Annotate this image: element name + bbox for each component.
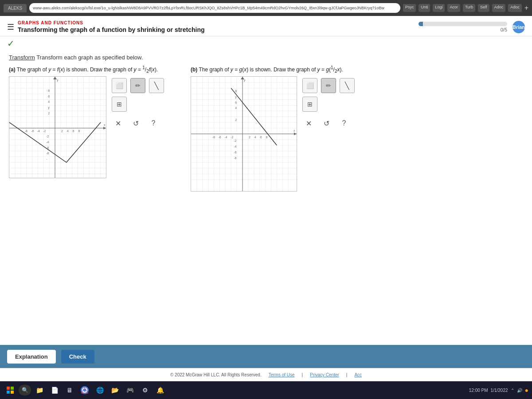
taskbar-notification[interactable]: ⌃ bbox=[511, 388, 514, 393]
crosshair-icon-a: ⊞ bbox=[117, 101, 122, 108]
svg-text:2: 2 bbox=[249, 136, 250, 139]
svg-text:-2: -2 bbox=[43, 129, 46, 133]
adoc1-tab[interactable]: Adoc bbox=[492, 4, 506, 12]
tools-row-a-mid: ⊞ bbox=[112, 97, 164, 112]
pencil-tool-a[interactable]: ✏ bbox=[130, 78, 145, 93]
graph-a-svg[interactable]: x y -6 -4 -2 2 4 6 8 -8 8 bbox=[9, 76, 106, 178]
help-action-a[interactable]: ? bbox=[147, 117, 160, 129]
acor-tab[interactable]: Acor bbox=[447, 4, 460, 12]
adoc2-tab[interactable]: Adoc bbox=[508, 4, 522, 12]
eraser-icon-a: ⬜ bbox=[116, 82, 123, 89]
header-right: 0/5 Brian bbox=[419, 21, 525, 33]
taskbar-app4[interactable]: 🎮 bbox=[123, 383, 137, 397]
svg-rect-117 bbox=[7, 391, 10, 394]
svg-text:y: y bbox=[244, 78, 246, 82]
bottom-bar: Explanation Check bbox=[0, 345, 532, 368]
graph-a-section: x y -6 -4 -2 2 4 6 8 -8 8 bbox=[9, 76, 164, 180]
psyc-tab[interactable]: Psyc bbox=[403, 4, 416, 12]
pencil-icon-b: ✏ bbox=[326, 82, 331, 89]
pencil-tool-b[interactable]: ✏ bbox=[321, 78, 336, 93]
taskbar-time: 12:00 PM bbox=[469, 388, 488, 393]
self-tab[interactable]: Self bbox=[478, 4, 489, 12]
svg-text:8: 8 bbox=[48, 89, 50, 92]
taskbar-app6[interactable]: 🔔 bbox=[153, 383, 167, 397]
svg-text:-8: -8 bbox=[25, 129, 27, 133]
close-action-a[interactable]: ✕ bbox=[112, 117, 124, 129]
tools-panel-a: ⬜ ✏ ╲ ⊞ bbox=[112, 76, 164, 129]
tools-row-a-top: ⬜ ✏ ╲ bbox=[112, 78, 164, 93]
svg-text:-2: -2 bbox=[234, 139, 236, 142]
close-action-b[interactable]: ✕ bbox=[302, 117, 315, 129]
svg-text:6: 6 bbox=[235, 101, 237, 104]
undo-action-b[interactable]: ↺ bbox=[320, 117, 332, 129]
explanation-button[interactable]: Explanation bbox=[7, 350, 56, 364]
taskbar-app3[interactable]: 📂 bbox=[108, 383, 121, 397]
check-row: ✓ bbox=[0, 36, 532, 51]
svg-text:-8: -8 bbox=[46, 152, 49, 155]
url-text: www-awu.aleks.com/alekscgi/x/lsl.exe/1o_… bbox=[33, 6, 384, 10]
svg-marker-36 bbox=[53, 77, 57, 79]
check-button[interactable]: Check bbox=[61, 350, 94, 364]
windows-start-button[interactable] bbox=[4, 383, 17, 397]
svg-rect-115 bbox=[7, 387, 10, 390]
taskbar-explorer[interactable]: 📁 bbox=[33, 383, 46, 397]
svg-rect-116 bbox=[11, 387, 14, 390]
turb-tab[interactable]: Turb bbox=[463, 4, 475, 12]
line-icon-a: ╲ bbox=[154, 82, 159, 90]
svg-text:y: y bbox=[48, 106, 50, 110]
menu-icon[interactable]: ☰ bbox=[7, 22, 14, 32]
svg-text:8: 8 bbox=[78, 129, 80, 133]
unti-tab[interactable]: Unti bbox=[419, 4, 430, 12]
eraser-tool-b[interactable]: ⬜ bbox=[302, 78, 317, 93]
copyright-text: © 2022 McGraw Hill LLC. All Rights Reser… bbox=[170, 372, 262, 377]
svg-marker-94 bbox=[294, 133, 297, 135]
privacy-link[interactable]: Privacy Center bbox=[310, 372, 339, 377]
graph-b-section: x y -8 -6 -4 -2 2 4 6 8 8 bbox=[191, 76, 355, 193]
crosshair-tool-a[interactable]: ⊞ bbox=[112, 97, 127, 112]
taskbar-app1[interactable]: 🖥 bbox=[63, 383, 76, 397]
taskbar-app5[interactable]: ⚙ bbox=[138, 383, 152, 397]
taskbar-file[interactable]: 📄 bbox=[48, 383, 61, 397]
tools-panel-b: ⬜ ✏ ╲ ⊞ bbox=[302, 76, 355, 129]
svg-text:-8: -8 bbox=[212, 136, 215, 139]
pencil-icon-a: ✏ bbox=[135, 82, 141, 89]
svg-text:y: y bbox=[57, 78, 59, 82]
acc-link[interactable]: Acc bbox=[354, 372, 362, 377]
svg-text:-8: -8 bbox=[234, 156, 236, 160]
footer: © 2022 McGraw Hill LLC. All Rights Reser… bbox=[0, 368, 532, 381]
svg-text:-6: -6 bbox=[234, 151, 236, 154]
taskbar-volume[interactable]: 🔊 bbox=[517, 388, 522, 393]
terms-link[interactable]: Terms of Use bbox=[269, 372, 295, 377]
logi-tab[interactable]: Logi bbox=[433, 4, 445, 12]
graph-b-container: x y -8 -6 -4 -2 2 4 6 8 8 bbox=[191, 76, 297, 193]
crosshair-tool-b[interactable]: ⊞ bbox=[302, 97, 317, 112]
taskbar-chrome[interactable] bbox=[78, 383, 91, 397]
svg-marker-35 bbox=[103, 127, 106, 129]
graph-b-svg[interactable]: x y -8 -6 -4 -2 2 4 6 8 8 bbox=[191, 76, 297, 192]
problems-row: (a) The graph of y = f(x) is shown. Draw… bbox=[9, 65, 523, 193]
problem-b-label: (b) The graph of y = g(x) is shown. Draw… bbox=[191, 65, 355, 74]
url-bar[interactable]: www-awu.aleks.com/alekscgi/x/lsl.exe/1o_… bbox=[29, 3, 400, 13]
taskbar-right: 12:00 PM 1/1/2022 ⌃ 🔊 ● bbox=[469, 387, 528, 394]
crosshair-icon-b: ⊞ bbox=[307, 101, 313, 108]
taskbar-app2[interactable]: 🌐 bbox=[93, 383, 106, 397]
progress-label: 0/5 bbox=[501, 27, 507, 32]
undo-action-a[interactable]: ↺ bbox=[129, 117, 142, 129]
svg-text:-2: -2 bbox=[231, 136, 233, 139]
content-area: Transform Transform each graph as specif… bbox=[0, 51, 532, 345]
svg-text:8: 8 bbox=[235, 90, 237, 93]
new-tab-button[interactable]: + bbox=[524, 4, 528, 12]
browser-bar: ALEKS www-awu.aleks.com/alekscgi/x/lsl.e… bbox=[0, 0, 532, 16]
browser-tab[interactable]: ALEKS bbox=[4, 4, 27, 12]
line-tool-a[interactable]: ╲ bbox=[149, 78, 164, 93]
user-avatar: Brian bbox=[512, 21, 525, 33]
eraser-tool-a[interactable]: ⬜ bbox=[112, 78, 127, 93]
taskbar-search[interactable]: 🔍 bbox=[19, 385, 31, 395]
action-row-b: ✕ ↺ ? bbox=[302, 117, 355, 129]
svg-text:4: 4 bbox=[48, 101, 50, 104]
help-action-b[interactable]: ? bbox=[338, 117, 350, 129]
checkmark-icon: ✓ bbox=[7, 38, 15, 49]
line-tool-b[interactable]: ╲ bbox=[340, 78, 355, 93]
tools-row-b-mid: ⊞ bbox=[302, 97, 355, 112]
svg-text:6: 6 bbox=[48, 95, 50, 98]
